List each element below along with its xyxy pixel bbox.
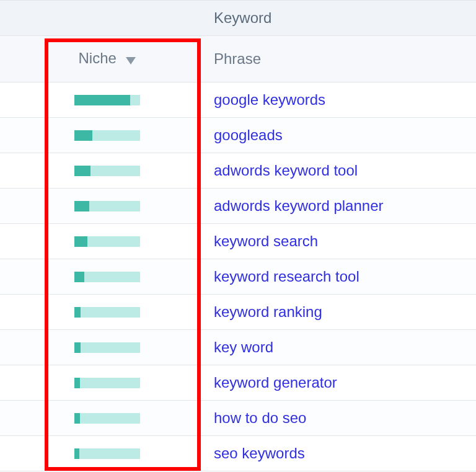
- niche-cell: [6, 436, 208, 471]
- svg-marker-0: [126, 57, 136, 65]
- phrase-cell: how to do seo: [208, 401, 476, 436]
- column-header-niche[interactable]: Niche: [6, 36, 208, 82]
- keyword-link[interactable]: googleads: [208, 127, 476, 144]
- phrase-cell: keyword research tool: [208, 259, 476, 295]
- niche-bar-fill: [74, 448, 79, 459]
- niche-cell: [6, 330, 208, 365]
- table-row: google keywords: [0, 82, 476, 118]
- niche-bar-fill: [74, 272, 85, 282]
- niche-bar-fill: [74, 130, 93, 141]
- keyword-link[interactable]: adwords keyword planner: [208, 197, 476, 215]
- niche-cell: [6, 82, 208, 118]
- phrase-cell: adwords keyword tool: [208, 153, 476, 189]
- phrase-cell: seo keywords: [208, 436, 476, 471]
- phrase-cell: googleads: [208, 118, 476, 153]
- niche-bar-fill: [74, 378, 81, 388]
- niche-bar: [74, 130, 140, 141]
- keyword-link[interactable]: adwords keyword tool: [208, 162, 476, 179]
- niche-bar-fill: [74, 307, 81, 318]
- niche-bar-fill: [74, 201, 89, 212]
- phrase-cell: keyword search: [208, 224, 476, 259]
- table-row: key word: [0, 330, 476, 365]
- niche-bar: [74, 413, 140, 424]
- niche-cell: [6, 189, 208, 224]
- table-row: keyword ranking: [0, 295, 476, 330]
- keyword-link[interactable]: keyword search: [208, 233, 476, 250]
- niche-bar: [74, 201, 140, 212]
- niche-cell: [6, 259, 208, 295]
- table-row: seo keywords: [0, 436, 476, 471]
- niche-bar: [74, 166, 140, 176]
- table-row: adwords keyword planner: [0, 189, 476, 224]
- niche-bar: [74, 342, 140, 353]
- phrase-cell: google keywords: [208, 82, 476, 118]
- niche-cell: [6, 365, 208, 401]
- niche-bar-fill: [74, 236, 87, 247]
- niche-bar: [74, 236, 140, 247]
- niche-bar: [74, 272, 140, 282]
- niche-cell: [6, 295, 208, 330]
- keyword-link[interactable]: keyword generator: [208, 374, 476, 391]
- niche-bar-fill: [74, 413, 81, 424]
- phrase-cell: key word: [208, 330, 476, 365]
- keyword-table-viewport: { "headers": { "group": "Keyword", "nich…: [0, 0, 476, 472]
- niche-cell: [6, 118, 208, 153]
- phrase-cell: adwords keyword planner: [208, 189, 476, 224]
- niche-cell: [6, 153, 208, 189]
- phrase-cell: keyword ranking: [208, 295, 476, 330]
- table-row: googleads: [0, 118, 476, 153]
- keyword-link[interactable]: google keywords: [208, 91, 476, 109]
- sort-desc-icon: [126, 51, 136, 68]
- column-header-phrase[interactable]: Phrase: [208, 36, 476, 82]
- keyword-link[interactable]: keyword ranking: [208, 303, 476, 321]
- keyword-link[interactable]: how to do seo: [208, 409, 476, 427]
- table-row: adwords keyword tool: [0, 153, 476, 189]
- table-row: how to do seo: [0, 401, 476, 436]
- table-row: keyword research tool: [0, 259, 476, 295]
- niche-bar-fill: [74, 95, 130, 105]
- keyword-link[interactable]: key word: [208, 339, 476, 356]
- keyword-table: Keyword Niche Phrase google keywordsgoog…: [0, 0, 476, 471]
- phrase-cell: keyword generator: [208, 365, 476, 401]
- keyword-link[interactable]: keyword research tool: [208, 268, 476, 285]
- niche-cell: [6, 401, 208, 436]
- niche-bar: [74, 378, 140, 388]
- column-group-keyword[interactable]: Keyword: [208, 1, 476, 36]
- header-row-columns: Niche Phrase: [0, 36, 476, 82]
- niche-bar-fill: [74, 166, 91, 176]
- niche-bar-fill: [74, 342, 81, 353]
- niche-bar: [74, 95, 140, 105]
- keyword-link[interactable]: seo keywords: [208, 445, 476, 462]
- header-row-group: Keyword: [0, 1, 476, 36]
- column-label-niche: Niche: [78, 50, 116, 66]
- niche-bar: [74, 307, 140, 318]
- niche-bar: [74, 448, 140, 459]
- table-row: keyword search: [0, 224, 476, 259]
- niche-cell: [6, 224, 208, 259]
- table-row: keyword generator: [0, 365, 476, 401]
